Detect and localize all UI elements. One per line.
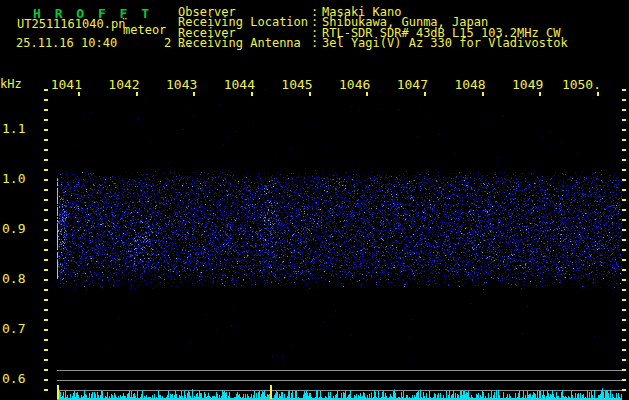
y-axis-tick-left <box>44 389 48 391</box>
y-axis-tick-right <box>622 309 626 311</box>
y-axis-tick-right <box>622 289 626 291</box>
y-axis-tick-right <box>622 379 626 381</box>
station-code: meteor <box>123 25 166 36</box>
y-axis-tick-left <box>44 129 48 131</box>
y-axis-tick-right <box>622 89 626 91</box>
y-axis-tick-left <box>44 99 48 101</box>
y-axis-tick-right <box>622 179 626 181</box>
spectrogram-noise-canvas <box>57 90 622 360</box>
y-axis-tick-left <box>44 139 48 141</box>
y-axis-tick-right <box>622 239 626 241</box>
y-axis-tick-right <box>622 339 626 341</box>
y-axis-tick-right <box>622 319 626 321</box>
y-axis-tick-right <box>622 119 626 121</box>
y-axis-tick-label: 0.9 <box>2 223 25 235</box>
y-axis-tick-right <box>622 169 626 171</box>
y-axis-tick-left <box>44 279 48 281</box>
y-axis-tick-left <box>44 249 48 251</box>
y-axis-tick-right <box>622 199 626 201</box>
y-axis-tick-left <box>44 229 48 231</box>
y-axis-tick-right <box>622 329 626 331</box>
y-axis-tick-right <box>622 149 626 151</box>
y-axis-tick-left <box>44 219 48 221</box>
y-axis-tick-left <box>44 299 48 301</box>
y-axis-tick-left <box>44 89 48 91</box>
y-axis-tick-left <box>44 189 48 191</box>
y-axis-tick-right <box>622 99 626 101</box>
y-axis-tick-label: 0.6 <box>2 373 25 385</box>
y-axis-tick-right <box>622 249 626 251</box>
y-axis-tick-right <box>622 299 626 301</box>
y-axis-tick-right <box>622 109 626 111</box>
y-axis-tick-right <box>622 369 626 371</box>
output-filename: UT2511161040.pn <box>17 19 125 30</box>
y-axis-tick-right <box>622 139 626 141</box>
y-axis-tick-left <box>44 289 48 291</box>
y-axis-tick-left <box>44 369 48 371</box>
y-axis-tick-right <box>622 189 626 191</box>
y-axis-tick-right <box>622 159 626 161</box>
y-axis-tick-left <box>44 329 48 331</box>
y-axis-tick-label: 0.8 <box>2 273 25 285</box>
y-axis-tick-left <box>44 109 48 111</box>
y-axis-tick-right <box>622 129 626 131</box>
y-axis-tick-left <box>44 349 48 351</box>
y-axis-tick-right <box>622 279 626 281</box>
y-axis-tick-left <box>44 159 48 161</box>
y-axis-tick-left <box>44 319 48 321</box>
y-axis-unit-label: kHz <box>0 78 22 90</box>
y-axis-tick-right <box>622 389 626 391</box>
signal-level-trace-canvas <box>57 384 622 400</box>
y-axis-tick-left <box>44 259 48 261</box>
datetime-label: 25.11.16 10:40 <box>16 38 117 49</box>
y-axis-tick-right <box>622 219 626 221</box>
info-value: 3el Yagi(V) Az 330 for Vladivostok <box>322 36 568 50</box>
info-colon: : <box>311 38 322 49</box>
info-row: Receiving Antenna:3el Yagi(V) Az 330 for… <box>178 38 568 49</box>
y-axis-tick-label: 1.0 <box>2 173 25 185</box>
y-axis-tick-left <box>44 119 48 121</box>
level-gridline <box>57 380 622 381</box>
echo-marker <box>270 385 272 399</box>
echo-marker <box>57 385 59 399</box>
y-axis-tick-left <box>44 379 48 381</box>
y-axis-tick-left <box>44 309 48 311</box>
info-label: Receiving Antenna <box>178 38 311 49</box>
y-axis-tick-label: 0.7 <box>2 323 25 335</box>
level-gridline <box>57 370 622 371</box>
y-axis-tick-left <box>44 199 48 201</box>
y-axis-tick-right <box>622 259 626 261</box>
y-axis-tick-left <box>44 339 48 341</box>
y-axis-tick-right <box>622 349 626 351</box>
y-axis-tick-right <box>622 229 626 231</box>
y-axis-tick-left <box>44 209 48 211</box>
y-axis-tick-label: 1.1 <box>2 123 25 135</box>
y-axis-tick-right <box>622 209 626 211</box>
y-axis-tick-left <box>44 149 48 151</box>
y-axis-tick-left <box>44 179 48 181</box>
y-axis-tick-left <box>44 239 48 241</box>
y-axis-tick-left <box>44 169 48 171</box>
y-axis-tick-right <box>622 269 626 271</box>
y-axis-tick-right <box>622 359 626 361</box>
hrofft-screen: H R O F F T UT2511161040.pn ¨ meteor 25.… <box>0 0 629 400</box>
y-axis-tick-left <box>44 269 48 271</box>
y-axis-tick-left <box>44 359 48 361</box>
